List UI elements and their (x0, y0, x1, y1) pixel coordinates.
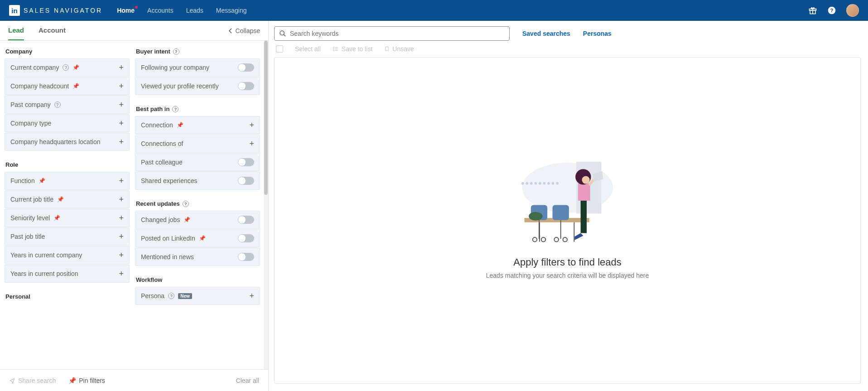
filter-function[interactable]: Function📌 + (5, 172, 130, 190)
svg-point-5 (280, 31, 284, 35)
select-all-checkbox[interactable] (276, 45, 283, 53)
section-recent-updates: Recent updates? (135, 198, 260, 211)
tab-account[interactable]: Account (39, 21, 66, 40)
filter-following[interactable]: Following your company (135, 58, 260, 77)
filter-posted-linkedin[interactable]: Posted on LinkedIn📌 (135, 229, 260, 247)
info-icon: ? (183, 201, 189, 207)
filter-persona[interactable]: Persona?New + (135, 287, 260, 305)
avatar[interactable] (846, 4, 859, 17)
share-search-button[interactable]: Share search (9, 377, 56, 384)
unsave-button[interactable]: Unsave (384, 45, 414, 53)
pin-icon: 📌 (39, 178, 45, 184)
pin-icon: 📌 (72, 83, 79, 89)
personas-link[interactable]: Personas (583, 30, 612, 37)
filter-company-hq[interactable]: Company headquarters location + (5, 133, 130, 151)
nav-messaging[interactable]: Messaging (216, 7, 247, 14)
plus-icon: + (119, 63, 124, 72)
brand-text: SALES NAVIGATOR (24, 7, 102, 14)
tab-lead[interactable]: Lead (8, 21, 24, 40)
toggle[interactable] (238, 158, 254, 166)
pin-filters-button[interactable]: 📌 Pin filters (68, 377, 105, 384)
new-badge: New (178, 293, 192, 299)
empty-state-illustration (520, 162, 615, 248)
info-icon: ? (168, 293, 174, 299)
filter-years-position[interactable]: Years in current position + (5, 265, 130, 283)
svg-point-24 (554, 237, 559, 242)
svg-point-25 (563, 237, 567, 242)
search-input[interactable] (290, 30, 505, 37)
plus-icon: + (119, 137, 124, 147)
results-canvas: Apply filters to find leads Leads matchi… (274, 57, 861, 384)
filter-connection[interactable]: Connection📌 + (135, 116, 260, 134)
filter-years-company[interactable]: Years in current company + (5, 246, 130, 264)
info-icon: ? (63, 64, 69, 71)
select-all-label: Select all (295, 45, 321, 53)
filter-changed-jobs[interactable]: Changed jobs📌 (135, 211, 260, 229)
svg-rect-22 (552, 205, 569, 220)
svg-point-38 (551, 182, 554, 185)
filter-past-company[interactable]: Past company? + (5, 96, 130, 114)
search-box[interactable] (274, 26, 510, 41)
plus-icon: + (119, 176, 124, 186)
help-icon[interactable]: ? (827, 6, 836, 15)
svg-point-11 (333, 48, 334, 49)
filter-current-job-title[interactable]: Current job title📌 + (5, 190, 130, 208)
svg-point-10 (333, 47, 334, 48)
section-workflow: Workflow (135, 275, 260, 287)
filters-sidebar: Lead Account Collapse Company Current co… (0, 21, 269, 391)
saved-searches-link[interactable]: Saved searches (522, 30, 570, 37)
empty-state-title: Apply filters to find leads (513, 256, 621, 268)
pin-icon: 📌 (68, 377, 76, 384)
plus-icon: + (119, 269, 124, 279)
plus-icon: + (249, 121, 254, 130)
info-icon: ? (172, 106, 178, 112)
pin-icon: 📌 (72, 64, 79, 71)
pin-icon: 📌 (57, 196, 64, 203)
clear-all-button[interactable]: Clear all (236, 377, 259, 384)
section-role: Role (5, 159, 130, 172)
list-icon (333, 46, 339, 52)
plus-icon: + (249, 291, 254, 301)
gift-icon[interactable] (808, 6, 817, 15)
filter-past-job-title[interactable]: Past job title + (5, 227, 130, 246)
filter-column-left: Company Current company?📌 + Company head… (0, 41, 132, 369)
filter-shared-experiences[interactable]: Shared experiences (135, 172, 260, 190)
svg-point-35 (539, 182, 541, 185)
filter-seniority-level[interactable]: Seniority level📌 + (5, 209, 130, 227)
logo[interactable]: in SALES NAVIGATOR (9, 5, 102, 16)
svg-rect-28 (578, 183, 590, 201)
empty-state-subtitle: Leads matching your search criteria will… (486, 272, 649, 279)
filter-mentioned-news[interactable]: Mentioned in news (135, 248, 260, 266)
toggle[interactable] (238, 216, 254, 224)
filter-company-type[interactable]: Company type + (5, 114, 130, 132)
toggle[interactable] (238, 253, 254, 261)
toggle[interactable] (238, 82, 254, 90)
plus-icon: + (249, 139, 254, 149)
filter-company-headcount[interactable]: Company headcount📌 + (5, 77, 130, 95)
filter-viewed-profile[interactable]: Viewed your profile recently (135, 77, 260, 95)
plus-icon: + (119, 232, 124, 241)
filter-past-colleague[interactable]: Past colleague (135, 153, 260, 171)
filter-current-company[interactable]: Current company?📌 + (5, 58, 130, 77)
toggle[interactable] (238, 63, 254, 72)
scrollbar[interactable] (264, 41, 268, 369)
plus-icon: + (119, 82, 124, 91)
svg-point-12 (333, 50, 334, 51)
nav-accounts[interactable]: Accounts (147, 7, 174, 14)
svg-point-31 (521, 182, 524, 185)
pin-icon: 📌 (53, 215, 60, 221)
save-to-list-button[interactable]: Save to list (333, 45, 372, 53)
svg-point-30 (582, 176, 589, 184)
plus-icon: + (119, 195, 124, 204)
nav-leads[interactable]: Leads (186, 7, 203, 14)
pin-icon: 📌 (199, 235, 206, 241)
toggle[interactable] (238, 177, 254, 185)
collapse-button[interactable]: Collapse (228, 27, 260, 34)
linkedin-icon: in (9, 5, 20, 16)
pin-icon: 📌 (177, 122, 183, 128)
nav-home[interactable]: Home (117, 7, 135, 14)
section-best-path: Best path in? (135, 104, 260, 116)
filter-connections-of[interactable]: Connections of + (135, 135, 260, 153)
search-icon (279, 30, 286, 37)
toggle[interactable] (238, 234, 254, 242)
